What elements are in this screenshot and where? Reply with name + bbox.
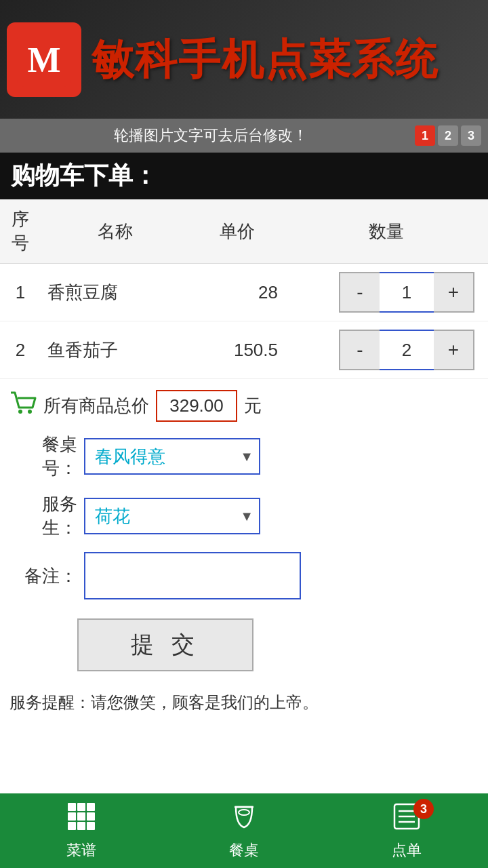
nav-order-badge: 3 bbox=[413, 799, 434, 819]
remark-label: 备注： bbox=[9, 564, 77, 588]
row2-minus-button[interactable]: - bbox=[339, 330, 380, 370]
svg-rect-8 bbox=[77, 812, 85, 821]
row1-qty-control: - + bbox=[339, 272, 474, 313]
carousel-dots: 1 2 3 bbox=[415, 125, 481, 146]
carousel-dot-3[interactable]: 3 bbox=[461, 125, 481, 146]
total-unit: 元 bbox=[244, 394, 262, 418]
table-row: 2 鱼香茄子 150.5 - + bbox=[0, 321, 488, 379]
carousel-dot-2[interactable]: 2 bbox=[438, 125, 458, 146]
svg-text:M: M bbox=[27, 41, 60, 79]
table-number-row: 餐桌号： 春风得意 其他桌 bbox=[9, 433, 479, 480]
row1-seq: 1 bbox=[0, 264, 41, 321]
col-name: 名称 bbox=[41, 199, 190, 264]
svg-rect-7 bbox=[68, 812, 76, 821]
svg-rect-4 bbox=[68, 803, 76, 811]
table-select[interactable]: 春风得意 其他桌 bbox=[84, 438, 260, 475]
header-banner: M 敏科手机点菜系统 bbox=[0, 0, 488, 119]
nav-item-menu[interactable]: 菜谱 bbox=[0, 793, 163, 868]
row2-name: 鱼香茄子 bbox=[41, 321, 190, 379]
row1-plus-button[interactable]: + bbox=[434, 272, 474, 313]
row1-name: 香煎豆腐 bbox=[41, 264, 190, 321]
carousel-dot-1[interactable]: 1 bbox=[415, 125, 435, 146]
nav-order-label: 点单 bbox=[392, 840, 422, 861]
waiter-label: 服务生： bbox=[9, 492, 77, 540]
col-seq: 序号 bbox=[0, 199, 41, 264]
remark-row: 备注： bbox=[9, 552, 479, 599]
cup-icon bbox=[229, 802, 259, 837]
header-title: 敏科手机点菜系统 bbox=[92, 31, 439, 88]
table-select-wrapper: 春风得意 其他桌 bbox=[84, 438, 260, 475]
row2-plus-button[interactable]: + bbox=[434, 330, 474, 370]
form-section: 餐桌号： 春风得意 其他桌 服务生： 荷花 其他 备注： bbox=[0, 433, 488, 599]
svg-rect-11 bbox=[77, 822, 85, 830]
nav-menu-label: 菜谱 bbox=[66, 840, 96, 861]
nav-item-table[interactable]: 餐桌 bbox=[163, 793, 325, 868]
cart-icon bbox=[9, 391, 37, 421]
svg-rect-6 bbox=[87, 803, 95, 811]
svg-rect-12 bbox=[87, 822, 95, 830]
grid-icon bbox=[66, 802, 96, 837]
svg-rect-5 bbox=[77, 803, 85, 811]
svg-point-2 bbox=[18, 410, 22, 414]
row1-minus-button[interactable]: - bbox=[339, 272, 380, 313]
row2-qty-input[interactable] bbox=[380, 330, 434, 370]
total-label: 所有商品总价 bbox=[43, 394, 149, 418]
carousel-bar: 轮播图片文字可去后台修改！ 1 2 3 bbox=[0, 119, 488, 153]
nav-item-order[interactable]: 3 点单 bbox=[325, 793, 488, 868]
row2-qty-cell: - + bbox=[285, 321, 488, 379]
remark-textarea[interactable] bbox=[84, 552, 301, 599]
nav-table-label: 餐桌 bbox=[229, 840, 259, 861]
bottom-nav: 菜谱 餐桌 3 点单 bbox=[0, 793, 488, 868]
row1-price: 28 bbox=[190, 264, 285, 321]
table-number-label: 餐桌号： bbox=[9, 433, 77, 480]
table-row: 1 香煎豆腐 28 - + bbox=[0, 264, 488, 321]
row1-qty-input[interactable] bbox=[380, 272, 434, 313]
row2-seq: 2 bbox=[0, 321, 41, 379]
waiter-select[interactable]: 荷花 其他 bbox=[84, 498, 260, 534]
col-qty: 数量 bbox=[285, 199, 488, 264]
waiter-select-wrapper: 荷花 其他 bbox=[84, 498, 260, 534]
waiter-row: 服务生： 荷花 其他 bbox=[9, 492, 479, 540]
svg-point-3 bbox=[28, 410, 32, 414]
svg-point-14 bbox=[239, 810, 249, 815]
order-table: 序号 名称 单价 数量 1 香煎豆腐 28 - + 2 鱼香茄子 150.5 bbox=[0, 199, 488, 379]
svg-rect-9 bbox=[87, 812, 95, 821]
cart-heading: 购物车下单： bbox=[0, 153, 488, 199]
logo: M bbox=[7, 22, 81, 97]
svg-rect-10 bbox=[68, 822, 76, 830]
carousel-text: 轮播图片文字可去后台修改！ bbox=[7, 125, 415, 146]
submit-row: 提 交 bbox=[0, 612, 488, 685]
notice-text: 服务提醒：请您微笑，顾客是我们的上帝。 bbox=[0, 685, 488, 734]
total-value: 329.00 bbox=[156, 390, 237, 422]
total-row: 所有商品总价 329.00 元 bbox=[0, 379, 488, 433]
row2-qty-control: - + bbox=[339, 330, 474, 370]
row2-price: 150.5 bbox=[190, 321, 285, 379]
col-price: 单价 bbox=[190, 199, 285, 264]
row1-qty-cell: - + bbox=[285, 264, 488, 321]
submit-button[interactable]: 提 交 bbox=[77, 618, 253, 671]
